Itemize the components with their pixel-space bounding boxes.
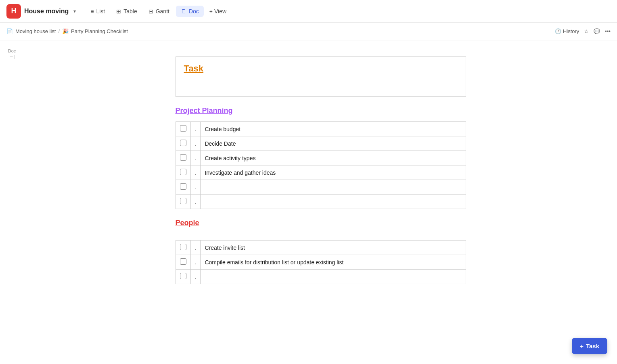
sidebar-doc-label: Doc [8,48,16,53]
doc-container: Task Project Planning . Create budget . … [176,56,466,348]
sidebar: Doc →| [0,40,24,364]
task-heading[interactable]: Task [184,63,204,73]
logo-letter: H [11,7,17,15]
comment-icon: 💬 [594,28,600,34]
table-row: . Compile emails for distribution list o… [176,255,466,270]
history-button[interactable]: 🕐 History [555,28,579,34]
project-planning-table: . Create budget . Decide Date . Create a… [176,121,466,209]
table-icon: ⊞ [116,8,121,15]
checkbox-1[interactable] [180,125,186,132]
breadcrumb-parent[interactable]: Moving house list [15,28,56,34]
add-task-fab[interactable]: + Task [572,338,607,354]
table-row: . Create budget [176,122,466,136]
sidebar-item-doc[interactable]: Doc →| [6,47,18,61]
task-text-4[interactable]: Investigate and gather ideas [201,165,466,180]
table-row: . Investigate and gather ideas [176,165,466,180]
comment-button[interactable]: 💬 [594,28,600,34]
breadcrumb-separator: / [58,28,60,34]
tab-table-label: Table [123,8,137,15]
fab-plus-icon: + [580,343,584,349]
main-layout: Doc →| Task Project Planning . Create bu… [0,40,617,364]
task-text-5[interactable] [201,180,466,195]
breadcrumb-actions: 🕐 History ☆ 💬 ••• [555,28,611,34]
table-row: . Decide Date [176,136,466,151]
table-row: . Create activity types [176,151,466,165]
app-title-dropdown[interactable]: ▾ [73,8,76,14]
checkbox-6[interactable] [180,198,186,204]
history-label: History [563,28,579,34]
history-icon: 🕐 [555,28,561,34]
nav-tabs: ≡ List ⊞ Table ⊟ Gantt 🗒 Doc + View [86,6,230,17]
checkbox-p3[interactable] [180,273,186,279]
breadcrumb-child[interactable]: Party Planning Checklist [71,28,128,34]
list-icon: ≡ [90,8,94,15]
task-text-3[interactable]: Create activity types [201,151,466,165]
task-text-2[interactable]: Decide Date [201,136,466,151]
checkbox-p1[interactable] [180,244,186,250]
section-heading-people[interactable]: People [176,219,466,227]
gantt-icon: ⊟ [148,8,153,15]
tab-list-label: List [96,8,105,15]
tab-list[interactable]: ≡ List [86,6,110,17]
star-icon: ☆ [584,28,589,34]
more-icon: ••• [605,28,611,34]
breadcrumb: 📄 Moving house list / 🎉 Party Planning C… [0,23,617,40]
sidebar-doc-arrow: →| [9,54,15,59]
fab-label: Task [586,343,599,349]
main-content: Task Project Planning . Create budget . … [24,40,617,364]
tab-gantt[interactable]: ⊟ Gantt [144,6,174,17]
section-heading-project-planning[interactable]: Project Planning [176,107,466,115]
add-view-label: + View [209,8,226,15]
checkbox-5[interactable] [180,183,186,190]
table-row: . [176,195,466,209]
table-row: . [176,270,466,284]
checkbox-4[interactable] [180,169,186,175]
task-heading-box: Task [176,56,466,97]
tab-gantt-label: Gantt [156,8,169,15]
app-header: H House moving ▾ ≡ List ⊞ Table ⊟ Gantt … [0,0,617,23]
checkbox-3[interactable] [180,154,186,161]
task-text-p2[interactable]: Compile emails for distribution list or … [201,255,466,270]
doc-icon: 🗒 [181,8,186,15]
star-button[interactable]: ☆ [584,28,589,34]
task-text-1[interactable]: Create budget [201,122,466,136]
breadcrumb-doc-icon: 📄 [6,28,13,34]
tab-table[interactable]: ⊞ Table [111,6,142,17]
checkbox-2[interactable] [180,140,186,146]
more-button[interactable]: ••• [605,28,611,34]
breadcrumb-child-icon: 🎉 [62,28,69,34]
app-logo: H [6,4,21,19]
people-table: . Create invite list . Compile emails fo… [176,240,466,284]
table-row: . [176,180,466,195]
tab-doc-label: Doc [189,8,199,15]
table-row: . Create invite list [176,241,466,255]
app-title: House moving [24,8,69,15]
checkbox-p2[interactable] [180,258,186,265]
add-view-button[interactable]: + View [205,6,230,17]
task-text-p1[interactable]: Create invite list [201,241,466,255]
task-text-p3[interactable] [201,270,466,284]
tab-doc[interactable]: 🗒 Doc [176,6,204,17]
task-text-6[interactable] [201,195,466,209]
